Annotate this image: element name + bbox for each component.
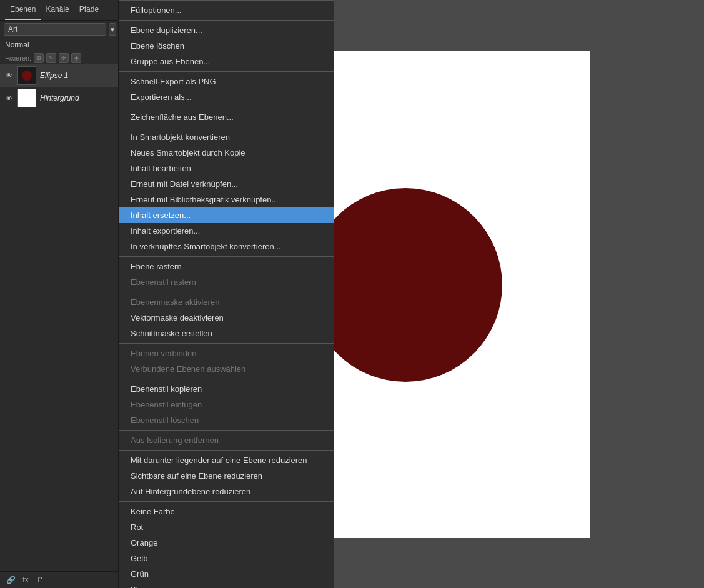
menu-item-color-orange[interactable]: Orange [119, 535, 334, 551]
menu-item-link-layers: Ebenen verbinden [119, 346, 334, 361]
context-menu: Fülloptionen...Ebene duplizieren...Ebene… [119, 0, 334, 588]
tab-ebenen[interactable]: Ebenen [5, 0, 41, 20]
menu-item-relink-file[interactable]: Erneut mit Datei verknüpfen... [119, 176, 334, 192]
layers-panel: Ebenen Kanäle Pfade ▼ 🔍 Normal Fixieren:… [0, 0, 119, 588]
menu-item-edit-contents[interactable]: Inhalt bearbeiten [119, 161, 334, 176]
menu-item-duplicate-layer[interactable]: Ebene duplizieren... [119, 22, 334, 38]
layer-thumb-ellipse [17, 66, 36, 85]
layer-ellipse[interactable]: 👁 Ellipse 1 [0, 64, 118, 87]
menu-separator-19 [119, 256, 334, 257]
menu-item-color-red[interactable]: Rot [119, 519, 334, 535]
menu-item-export-as[interactable]: Exportieren als... [119, 89, 334, 105]
fix-row: Fixieren: ⊞ ✎ ✛ ◈ [0, 52, 118, 64]
tab-pfade[interactable]: Pfade [74, 0, 104, 20]
menu-item-fill-options[interactable]: Fülloptionen... [119, 2, 334, 18]
menu-separator-10 [119, 127, 334, 127]
panel-tabs: Ebenen Kanäle Pfade [0, 0, 118, 21]
layer-thumb-background [17, 89, 36, 107]
menu-item-remove-from-isolation: Aus Isolierung entfernen [119, 432, 334, 448]
menu-item-group-from-layers[interactable]: Gruppe aus Ebenen... [119, 54, 334, 69]
menu-item-color-blue[interactable]: Blau [119, 582, 334, 588]
menu-item-create-clipping-mask[interactable]: Schnittmaske erstellen [119, 326, 334, 341]
visibility-icon-background[interactable]: 👁 [4, 94, 14, 102]
ellipse-shape [309, 188, 502, 382]
menu-separator-29 [119, 379, 334, 379]
menu-item-delete-layer[interactable]: Ebene löschen [119, 38, 334, 54]
layer-bottom-bar: 🔗 fx 🗋 [0, 571, 118, 588]
blend-mode-label: Normal [5, 41, 29, 49]
new-layer-icon[interactable]: 🗋 [35, 574, 46, 586]
menu-item-paste-layer-style: Ebenenstil einfügen [119, 397, 334, 412]
fix-all-icon[interactable]: ◈ [71, 53, 81, 63]
menu-item-merge-visible[interactable]: Sichtbare auf eine Ebene reduzieren [119, 468, 334, 484]
menu-item-rasterize-layer-style: Ebenenstil rastern [119, 274, 334, 290]
layer-background[interactable]: 👁 Hintergrund [0, 87, 118, 109]
menu-item-convert-linked-smart[interactable]: In verknüpftes Smartobjekt konvertieren.… [119, 239, 334, 254]
search-input[interactable] [4, 23, 106, 36]
menu-item-flatten-image[interactable]: Auf Hintergrundebene reduzieren [119, 484, 334, 499]
menu-item-quick-export-png[interactable]: Schnell-Export als PNG [119, 74, 334, 89]
fix-position-icon[interactable]: ⊞ [34, 53, 44, 63]
menu-item-convert-smart-object[interactable]: In Smartobjekt konvertieren [119, 129, 334, 145]
menu-item-color-green[interactable]: Grün [119, 566, 334, 582]
visibility-icon-ellipse[interactable]: 👁 [4, 72, 14, 79]
menu-separator-8 [119, 107, 334, 107]
menu-separator-33 [119, 430, 334, 431]
layer-name-ellipse: Ellipse 1 [40, 71, 68, 80]
menu-item-enable-layer-mask: Ebenenmaske aktivieren [119, 294, 334, 310]
menu-separator-39 [119, 501, 334, 502]
menu-item-replace-contents[interactable]: Inhalt ersetzen... [119, 207, 334, 223]
menu-item-rasterize-layer[interactable]: Ebene rastern [119, 259, 334, 274]
menu-item-relink-library[interactable]: Erneut mit Bibliotheksgrafik verknüpfen.… [119, 192, 334, 207]
layer-name-background: Hintergrund [40, 94, 79, 102]
menu-item-copy-layer-style[interactable]: Ebenenstil kopieren [119, 381, 334, 397]
menu-separator-35 [119, 450, 334, 451]
menu-item-color-yellow[interactable]: Gelb [119, 551, 334, 566]
menu-item-disable-vector-mask[interactable]: Vektormaske deaktivieren [119, 310, 334, 326]
menu-item-merge-down[interactable]: Mit darunter liegender auf eine Ebene re… [119, 452, 334, 468]
menu-item-delete-layer-style: Ebenenstil löschen [119, 412, 334, 428]
menu-separator-26 [119, 343, 334, 344]
tab-kanaele[interactable]: Kanäle [41, 0, 74, 20]
blend-mode-row: Normal [0, 38, 118, 52]
link-layers-icon[interactable]: 🔗 [5, 574, 16, 586]
search-icon-btn[interactable]: ▼ [109, 23, 116, 36]
menu-item-export-contents[interactable]: Inhalt exportieren... [119, 223, 334, 239]
menu-item-select-linked-layers: Verbundene Ebenen auswählen [119, 361, 334, 377]
search-row: ▼ 🔍 [0, 21, 118, 38]
fix-move-icon[interactable]: ✛ [59, 53, 69, 63]
menu-item-new-smart-object-copy[interactable]: Neues Smartobjekt durch Kopie [119, 145, 334, 161]
fix-label: Fixieren: [5, 54, 31, 62]
menu-separator-1 [119, 20, 334, 21]
menu-separator-22 [119, 292, 334, 292]
fx-icon[interactable]: fx [20, 574, 31, 586]
fix-paint-icon[interactable]: ✎ [46, 53, 56, 63]
menu-separator-5 [119, 71, 334, 72]
menu-item-no-color[interactable]: Keine Farbe [119, 504, 334, 519]
menu-item-artboard-from-layers[interactable]: Zeichenfläche aus Ebenen... [119, 109, 334, 125]
